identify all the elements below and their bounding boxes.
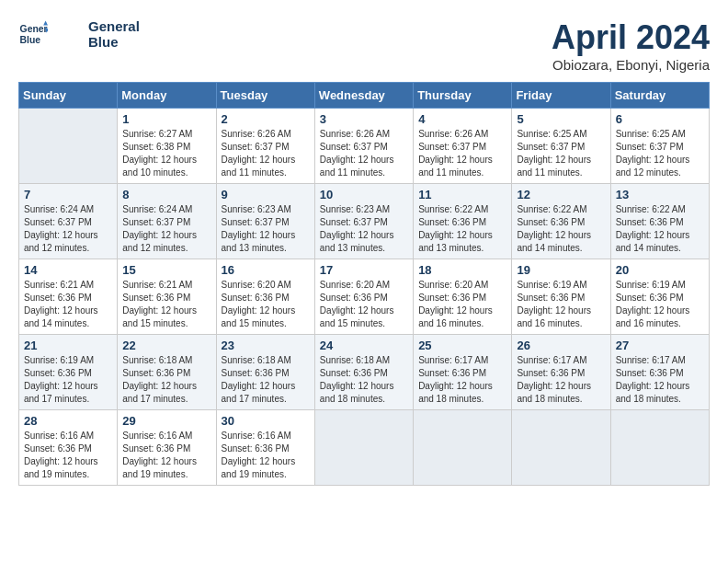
day-info: Sunrise: 6:25 AM Sunset: 6:37 PM Dayligh… bbox=[616, 128, 704, 179]
logo-text: General Blue bbox=[88, 18, 140, 50]
svg-text:Blue: Blue bbox=[20, 35, 41, 45]
calendar-cell: 28Sunrise: 6:16 AM Sunset: 6:36 PM Dayli… bbox=[19, 410, 118, 486]
day-info: Sunrise: 6:24 AM Sunset: 6:37 PM Dayligh… bbox=[122, 203, 210, 255]
calendar-cell: 5Sunrise: 6:25 AM Sunset: 6:37 PM Daylig… bbox=[512, 109, 610, 184]
day-info: Sunrise: 6:21 AM Sunset: 6:36 PM Dayligh… bbox=[24, 279, 112, 330]
weekday-header-sunday: Sunday bbox=[19, 83, 118, 109]
calendar-cell: 1Sunrise: 6:27 AM Sunset: 6:38 PM Daylig… bbox=[118, 109, 216, 184]
day-number: 3 bbox=[320, 112, 408, 126]
day-number: 23 bbox=[222, 339, 310, 352]
calendar-cell bbox=[414, 410, 512, 486]
day-info: Sunrise: 6:20 AM Sunset: 6:36 PM Dayligh… bbox=[222, 279, 310, 330]
calendar-cell: 4Sunrise: 6:26 AM Sunset: 6:37 PM Daylig… bbox=[414, 109, 512, 184]
day-info: Sunrise: 6:22 AM Sunset: 6:36 PM Dayligh… bbox=[616, 203, 704, 255]
day-info: Sunrise: 6:20 AM Sunset: 6:36 PM Dayligh… bbox=[320, 279, 408, 330]
day-number: 1 bbox=[122, 112, 210, 126]
day-info: Sunrise: 6:21 AM Sunset: 6:36 PM Dayligh… bbox=[122, 279, 210, 330]
calendar-cell: 13Sunrise: 6:22 AM Sunset: 6:36 PM Dayli… bbox=[610, 184, 709, 259]
location-subtitle: Obiozara, Ebonyi, Nigeria bbox=[552, 57, 710, 73]
day-info: Sunrise: 6:19 AM Sunset: 6:36 PM Dayligh… bbox=[616, 279, 704, 330]
day-number: 12 bbox=[517, 188, 605, 201]
day-info: Sunrise: 6:18 AM Sunset: 6:36 PM Dayligh… bbox=[122, 354, 210, 406]
calendar-cell: 24Sunrise: 6:18 AM Sunset: 6:36 PM Dayli… bbox=[314, 335, 413, 410]
calendar-cell: 23Sunrise: 6:18 AM Sunset: 6:36 PM Dayli… bbox=[216, 335, 314, 410]
day-info: Sunrise: 6:18 AM Sunset: 6:36 PM Dayligh… bbox=[222, 354, 310, 406]
day-number: 21 bbox=[24, 339, 112, 352]
weekday-header-monday: Monday bbox=[118, 83, 216, 109]
calendar-cell: 29Sunrise: 6:16 AM Sunset: 6:36 PM Dayli… bbox=[118, 410, 216, 486]
calendar-cell: 2Sunrise: 6:26 AM Sunset: 6:37 PM Daylig… bbox=[216, 109, 314, 184]
page-header: General Blue General Blue April 2024 Obi… bbox=[18, 18, 710, 73]
weekday-header-wednesday: Wednesday bbox=[314, 83, 413, 109]
calendar-cell: 14Sunrise: 6:21 AM Sunset: 6:36 PM Dayli… bbox=[19, 259, 118, 335]
calendar-cell: 20Sunrise: 6:19 AM Sunset: 6:36 PM Dayli… bbox=[610, 259, 709, 335]
week-row-5: 28Sunrise: 6:16 AM Sunset: 6:36 PM Dayli… bbox=[19, 410, 710, 486]
calendar-cell: 8Sunrise: 6:24 AM Sunset: 6:37 PM Daylig… bbox=[118, 184, 216, 259]
day-number: 7 bbox=[24, 188, 112, 201]
day-info: Sunrise: 6:20 AM Sunset: 6:36 PM Dayligh… bbox=[418, 279, 506, 330]
day-info: Sunrise: 6:26 AM Sunset: 6:37 PM Dayligh… bbox=[320, 128, 408, 179]
day-number: 16 bbox=[222, 263, 310, 277]
calendar-table: SundayMondayTuesdayWednesdayThursdayFrid… bbox=[18, 82, 710, 486]
calendar-cell: 26Sunrise: 6:17 AM Sunset: 6:36 PM Dayli… bbox=[512, 335, 610, 410]
day-info: Sunrise: 6:26 AM Sunset: 6:37 PM Dayligh… bbox=[418, 128, 506, 179]
day-info: Sunrise: 6:25 AM Sunset: 6:37 PM Dayligh… bbox=[517, 128, 605, 179]
calendar-cell bbox=[314, 410, 413, 486]
day-info: Sunrise: 6:23 AM Sunset: 6:37 PM Dayligh… bbox=[320, 203, 408, 255]
calendar-cell: 22Sunrise: 6:18 AM Sunset: 6:36 PM Dayli… bbox=[118, 335, 216, 410]
day-number: 30 bbox=[222, 414, 310, 428]
calendar-cell: 27Sunrise: 6:17 AM Sunset: 6:36 PM Dayli… bbox=[610, 335, 709, 410]
calendar-cell bbox=[610, 410, 709, 486]
calendar-cell: 16Sunrise: 6:20 AM Sunset: 6:36 PM Dayli… bbox=[216, 259, 314, 335]
day-number: 22 bbox=[122, 339, 210, 352]
calendar-cell: 10Sunrise: 6:23 AM Sunset: 6:37 PM Dayli… bbox=[314, 184, 413, 259]
day-info: Sunrise: 6:27 AM Sunset: 6:38 PM Dayligh… bbox=[122, 128, 210, 179]
week-row-3: 14Sunrise: 6:21 AM Sunset: 6:36 PM Dayli… bbox=[19, 259, 710, 335]
calendar-cell: 25Sunrise: 6:17 AM Sunset: 6:36 PM Dayli… bbox=[414, 335, 512, 410]
day-info: Sunrise: 6:17 AM Sunset: 6:36 PM Dayligh… bbox=[517, 354, 605, 406]
calendar-cell bbox=[19, 109, 118, 184]
day-number: 9 bbox=[222, 188, 310, 201]
title-block: April 2024 Obiozara, Ebonyi, Nigeria bbox=[552, 18, 710, 73]
week-row-2: 7Sunrise: 6:24 AM Sunset: 6:37 PM Daylig… bbox=[19, 184, 710, 259]
logo-icon: General Blue bbox=[18, 19, 48, 49]
day-number: 5 bbox=[517, 112, 605, 126]
day-number: 18 bbox=[418, 263, 506, 277]
calendar-cell: 7Sunrise: 6:24 AM Sunset: 6:37 PM Daylig… bbox=[19, 184, 118, 259]
day-info: Sunrise: 6:17 AM Sunset: 6:36 PM Dayligh… bbox=[616, 354, 704, 406]
day-number: 11 bbox=[418, 188, 506, 201]
svg-text:General: General bbox=[20, 24, 48, 34]
calendar-cell: 18Sunrise: 6:20 AM Sunset: 6:36 PM Dayli… bbox=[414, 259, 512, 335]
svg-marker-2 bbox=[43, 21, 48, 26]
calendar-cell: 11Sunrise: 6:22 AM Sunset: 6:36 PM Dayli… bbox=[414, 184, 512, 259]
calendar-cell: 15Sunrise: 6:21 AM Sunset: 6:36 PM Dayli… bbox=[118, 259, 216, 335]
day-number: 17 bbox=[320, 263, 408, 277]
calendar-cell: 12Sunrise: 6:22 AM Sunset: 6:36 PM Dayli… bbox=[512, 184, 610, 259]
logo: General Blue General Blue bbox=[18, 18, 140, 50]
weekday-header-saturday: Saturday bbox=[610, 83, 709, 109]
calendar-cell: 21Sunrise: 6:19 AM Sunset: 6:36 PM Dayli… bbox=[19, 335, 118, 410]
day-number: 24 bbox=[320, 339, 408, 352]
week-row-1: 1Sunrise: 6:27 AM Sunset: 6:38 PM Daylig… bbox=[19, 109, 710, 184]
day-info: Sunrise: 6:16 AM Sunset: 6:36 PM Dayligh… bbox=[222, 430, 310, 481]
calendar-cell: 6Sunrise: 6:25 AM Sunset: 6:37 PM Daylig… bbox=[610, 109, 709, 184]
calendar-cell: 17Sunrise: 6:20 AM Sunset: 6:36 PM Dayli… bbox=[314, 259, 413, 335]
day-info: Sunrise: 6:16 AM Sunset: 6:36 PM Dayligh… bbox=[24, 430, 112, 481]
day-info: Sunrise: 6:18 AM Sunset: 6:36 PM Dayligh… bbox=[320, 354, 408, 406]
day-number: 20 bbox=[616, 263, 704, 277]
day-number: 29 bbox=[122, 414, 210, 428]
day-number: 2 bbox=[222, 112, 310, 126]
day-info: Sunrise: 6:16 AM Sunset: 6:36 PM Dayligh… bbox=[122, 430, 210, 481]
day-number: 10 bbox=[320, 188, 408, 201]
day-number: 15 bbox=[122, 263, 210, 277]
weekday-header-thursday: Thursday bbox=[414, 83, 512, 109]
weekday-header-row: SundayMondayTuesdayWednesdayThursdayFrid… bbox=[19, 83, 710, 109]
calendar-cell bbox=[512, 410, 610, 486]
day-info: Sunrise: 6:22 AM Sunset: 6:36 PM Dayligh… bbox=[517, 203, 605, 255]
day-info: Sunrise: 6:19 AM Sunset: 6:36 PM Dayligh… bbox=[24, 354, 112, 406]
week-row-4: 21Sunrise: 6:19 AM Sunset: 6:36 PM Dayli… bbox=[19, 335, 710, 410]
day-number: 26 bbox=[517, 339, 605, 352]
day-number: 19 bbox=[517, 263, 605, 277]
calendar-cell: 19Sunrise: 6:19 AM Sunset: 6:36 PM Dayli… bbox=[512, 259, 610, 335]
calendar-cell: 3Sunrise: 6:26 AM Sunset: 6:37 PM Daylig… bbox=[314, 109, 413, 184]
